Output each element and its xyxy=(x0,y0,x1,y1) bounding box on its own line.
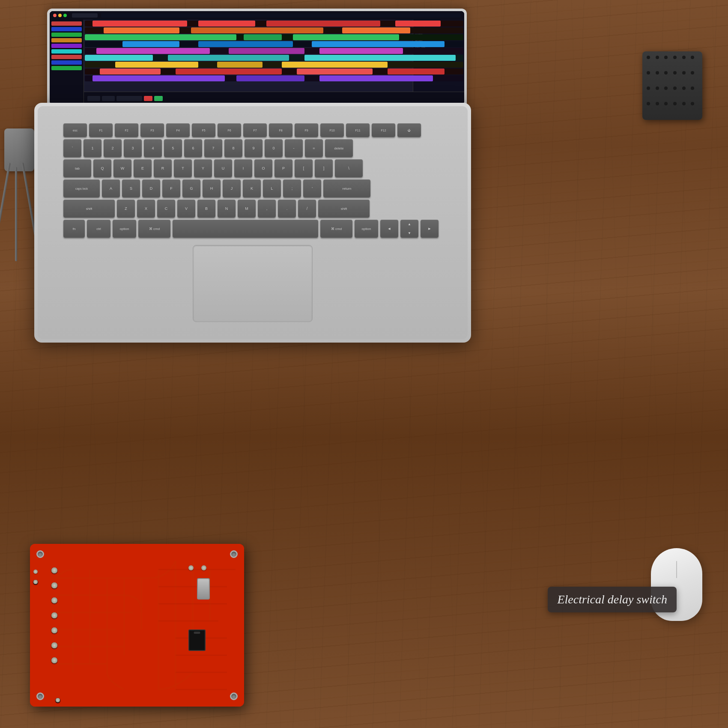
key-r[interactable]: R xyxy=(154,159,172,177)
key-f11[interactable]: F11 xyxy=(346,123,370,137)
key-f2[interactable]: F2 xyxy=(115,123,138,137)
daw-header xyxy=(50,11,464,20)
key-cmd-right[interactable]: ⌘ cmd xyxy=(320,220,352,238)
key-f12[interactable]: F12 xyxy=(372,123,395,137)
key-backtick[interactable]: ` xyxy=(63,139,81,157)
key-arrow-left[interactable]: ◄ xyxy=(380,220,398,238)
key-ctrl[interactable]: ctrl xyxy=(87,220,110,238)
key-4[interactable]: 4 xyxy=(144,139,162,157)
key-minus[interactable]: - xyxy=(285,139,303,157)
key-z[interactable]: Z xyxy=(117,200,135,218)
main-scene: BPM: 128TIME: 4/4BAR: 24 MASTERTRACKOUTP… xyxy=(0,0,728,728)
key-f6[interactable]: F6 xyxy=(218,123,241,137)
key-i[interactable]: I xyxy=(234,159,252,177)
pcb-traces-svg xyxy=(30,544,244,707)
keyboard-row-asdf: caps lock A S D F G H J K L ; ' return xyxy=(63,179,440,197)
key-return[interactable]: return xyxy=(323,179,370,197)
key-l[interactable]: L xyxy=(263,179,281,197)
key-bracket-right[interactable]: ] xyxy=(315,159,333,177)
key-slash[interactable]: / xyxy=(298,200,316,218)
keyboard-row-fn: esc F1 F2 F3 F4 F5 F6 F7 F8 F9 F10 F11 F… xyxy=(63,123,440,137)
key-esc[interactable]: esc xyxy=(63,123,87,137)
key-f7[interactable]: F7 xyxy=(243,123,267,137)
key-9[interactable]: 9 xyxy=(245,139,263,157)
key-f3[interactable]: F3 xyxy=(140,123,164,137)
pcb-inner xyxy=(30,544,244,707)
key-n[interactable]: N xyxy=(218,200,236,218)
maximize-dot xyxy=(63,14,67,17)
key-f8[interactable]: F8 xyxy=(269,123,292,137)
key-j[interactable]: J xyxy=(223,179,241,197)
key-comma[interactable]: , xyxy=(258,200,276,218)
key-alt-left[interactable]: option xyxy=(113,220,136,238)
key-semicolon[interactable]: ; xyxy=(283,179,301,197)
connector-pins-left xyxy=(33,570,38,580)
key-f9[interactable]: F9 xyxy=(295,123,318,137)
key-s[interactable]: S xyxy=(122,179,140,197)
key-quote[interactable]: ' xyxy=(303,179,321,197)
key-t[interactable]: T xyxy=(174,159,192,177)
key-3[interactable]: 3 xyxy=(124,139,142,157)
key-equals[interactable]: = xyxy=(305,139,323,157)
key-c[interactable]: C xyxy=(157,200,175,218)
component-cap xyxy=(197,578,210,600)
key-shift-left[interactable]: shift xyxy=(63,200,115,218)
daw-track-4 xyxy=(85,41,463,47)
key-space[interactable] xyxy=(173,220,318,238)
key-5[interactable]: 5 xyxy=(164,139,182,157)
key-bracket-left[interactable]: [ xyxy=(295,159,313,177)
key-arrow-right[interactable]: ► xyxy=(421,220,439,238)
key-x[interactable]: X xyxy=(137,200,155,218)
key-w[interactable]: W xyxy=(113,159,131,177)
key-cmd-left[interactable]: ⌘ cmd xyxy=(138,220,170,238)
key-f4[interactable]: F4 xyxy=(166,123,190,137)
key-k[interactable]: K xyxy=(243,179,261,197)
key-u[interactable]: U xyxy=(214,159,232,177)
key-delete[interactable]: delete xyxy=(325,139,353,157)
key-caps[interactable]: caps lock xyxy=(63,179,100,197)
key-e[interactable]: E xyxy=(134,159,152,177)
key-f[interactable]: F xyxy=(162,179,180,197)
daw-software: BPM: 128TIME: 4/4BAR: 24 MASTERTRACKOUTP… xyxy=(50,11,464,104)
key-m[interactable]: M xyxy=(238,200,256,218)
key-power[interactable]: ⏻ xyxy=(397,123,421,137)
speaker-device xyxy=(642,51,702,120)
key-g[interactable]: G xyxy=(182,179,200,197)
key-o[interactable]: O xyxy=(254,159,272,177)
key-2[interactable]: 2 xyxy=(104,139,122,157)
key-6[interactable]: 6 xyxy=(184,139,202,157)
daw-track-2 xyxy=(85,27,463,33)
key-period[interactable]: . xyxy=(278,200,296,218)
daw-track-5 xyxy=(85,48,463,54)
key-y[interactable]: Y xyxy=(194,159,212,177)
key-7[interactable]: 7 xyxy=(204,139,222,157)
key-b[interactable]: B xyxy=(197,200,215,218)
key-a[interactable]: A xyxy=(102,179,120,197)
key-v[interactable]: V xyxy=(177,200,195,218)
key-f10[interactable]: F10 xyxy=(320,123,344,137)
key-d[interactable]: D xyxy=(142,179,160,197)
daw-track-8 xyxy=(85,69,463,75)
key-p[interactable]: P xyxy=(274,159,292,177)
key-alt-right[interactable]: option xyxy=(355,220,378,238)
daw-track-1 xyxy=(85,21,463,27)
key-arrow-up-down[interactable]: ▲ ▼ xyxy=(400,220,418,238)
key-q[interactable]: Q xyxy=(93,159,111,177)
key-fn[interactable]: fn xyxy=(63,220,85,238)
key-shift-right[interactable]: shift xyxy=(318,200,370,218)
key-8[interactable]: 8 xyxy=(224,139,242,157)
pcb-circuit-board xyxy=(30,544,244,707)
pcb-hole-tr xyxy=(230,550,238,558)
minimize-dot xyxy=(58,14,62,17)
key-0[interactable]: 0 xyxy=(265,139,283,157)
key-tab[interactable]: tab xyxy=(63,159,91,177)
key-h[interactable]: H xyxy=(203,179,221,197)
product-label-tooltip: Electrical delay switch xyxy=(548,587,677,612)
key-f5[interactable]: F5 xyxy=(192,123,215,137)
touchpad[interactable] xyxy=(193,245,313,322)
keyboard-row-numbers: ` 1 2 3 4 5 6 7 8 9 0 - = delete xyxy=(63,139,440,157)
product-label-text: Electrical delay switch xyxy=(557,593,667,606)
key-1[interactable]: 1 xyxy=(84,139,101,157)
key-f1[interactable]: F1 xyxy=(89,123,113,137)
key-backslash[interactable]: \ xyxy=(335,159,363,177)
